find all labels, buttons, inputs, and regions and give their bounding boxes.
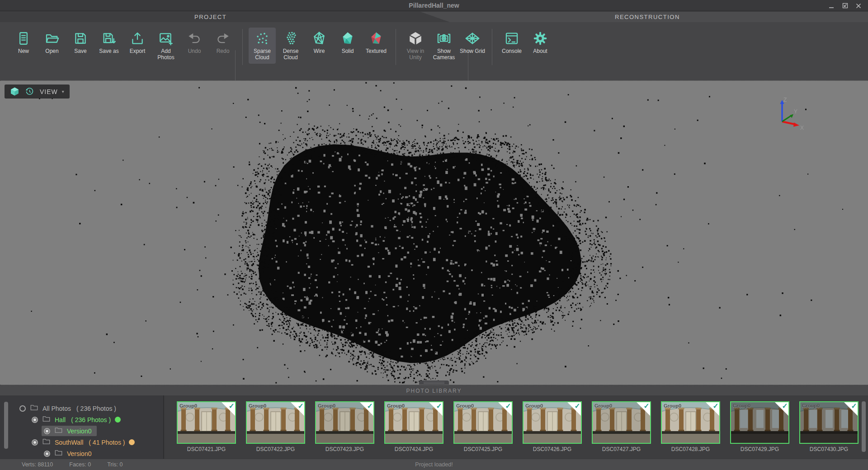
toolbar-button-textured[interactable]: Textured xyxy=(363,28,390,57)
toolbar-button-label: Open xyxy=(45,48,58,55)
photo-thumbnail-dsc07422.jpg[interactable]: Group0✓DSC07422.JPG xyxy=(241,401,310,459)
toolbar-button-dense-cloud[interactable]: Dense Cloud xyxy=(277,28,304,64)
toolbar-button-label: Redo xyxy=(217,48,230,55)
toolbar-button-view-in-unity: View in Unity xyxy=(402,28,429,64)
view-menu-button[interactable]: VIEW ▾ xyxy=(5,85,70,99)
radio-button[interactable] xyxy=(44,428,50,434)
radio-button[interactable] xyxy=(32,417,38,423)
photo-group-label: Group0 xyxy=(387,403,405,409)
photo-filename: DSC07424.JPG xyxy=(395,446,433,452)
photo-thumbnail-dsc07429.jpg[interactable]: Group0✓DSC07429.JPG xyxy=(725,401,794,459)
radio-button[interactable] xyxy=(32,439,38,446)
photo-filename: DSC07426.JPG xyxy=(533,446,571,452)
toolbar-button-export[interactable]: Export xyxy=(124,28,151,57)
viewport-3d[interactable]: VIEW ▾ Z Y X xyxy=(0,80,868,385)
toolbar-button-show-grid[interactable]: Show Grid xyxy=(459,28,486,57)
close-button[interactable] xyxy=(852,0,865,11)
folder-icon xyxy=(42,438,50,446)
dense-cloud-icon xyxy=(283,31,298,46)
toolbar-button-label: Show Grid xyxy=(460,48,485,55)
toolbar-button-show-cameras[interactable]: Show Cameras xyxy=(430,28,458,64)
toolbar-button-solid[interactable]: Solid xyxy=(334,28,361,57)
photo-thumbnail-dsc07424.jpg[interactable]: Group0✓DSC07424.JPG xyxy=(379,401,448,459)
thumbnail-image[interactable]: Group0✓ xyxy=(315,401,374,444)
photo-filename: DSC07421.JPG xyxy=(187,446,226,452)
gear-icon xyxy=(533,31,548,46)
minimize-icon xyxy=(828,3,835,9)
tree-item-version0[interactable]: Version0 xyxy=(0,448,163,459)
photo-thumbnail-dsc07426.jpg[interactable]: Group0✓DSC07426.JPG xyxy=(518,401,587,459)
checkmark-icon: ✓ xyxy=(851,402,857,410)
add-photos-icon xyxy=(158,31,174,46)
tree-item-inner: SouthWall( 41 Photos ) xyxy=(29,437,140,447)
photo-thumbnail-dsc07427.jpg[interactable]: Group0✓DSC07427.JPG xyxy=(587,401,656,459)
toolbar-separator xyxy=(396,29,396,65)
toolbar-button-undo: Undo xyxy=(181,28,208,57)
redo-arrow-icon xyxy=(215,31,231,46)
toolbar-button-label: Wire xyxy=(314,48,325,55)
folder-icon xyxy=(42,415,50,424)
window-title: PillaredHall_new xyxy=(0,0,868,11)
tree-item-southwall[interactable]: SouthWall( 41 Photos ) xyxy=(0,437,163,448)
tree-item-all-photos[interactable]: All Photos( 236 Photos ) xyxy=(0,403,163,414)
toolbar-buttons: NewOpenSaveSave asExportAdd PhotosUndoRe… xyxy=(10,28,555,65)
checkmark-icon: ✓ xyxy=(575,402,580,410)
radio-button[interactable] xyxy=(44,451,50,457)
folder-icon xyxy=(55,427,62,435)
tree-item-label: All Photos xyxy=(42,405,71,412)
toolbar-button-sparse-cloud[interactable]: Sparse Cloud xyxy=(249,28,276,64)
toolbar-button-save-as[interactable]: Save as xyxy=(95,28,123,57)
thumbnail-image[interactable]: Group0✓ xyxy=(384,401,443,444)
toolbar-separator xyxy=(492,29,492,65)
toolbar-separator xyxy=(242,29,243,65)
photo-thumbnail-dsc07421.jpg[interactable]: Group0✓DSC07421.JPG xyxy=(172,401,241,459)
photo-thumbnail-dsc07423.jpg[interactable]: Group0✓DSC07423.JPG xyxy=(310,401,379,459)
restore-button[interactable] xyxy=(838,0,852,11)
history-icon xyxy=(25,87,34,96)
minimize-button[interactable] xyxy=(825,0,838,11)
tab-reconstruction[interactable]: RECONSTRUCTION xyxy=(615,12,680,22)
save-floppy-icon xyxy=(73,31,88,46)
thumbnail-image[interactable]: Group0✓ xyxy=(523,401,582,444)
thumbnail-image[interactable]: Group0✓ xyxy=(177,401,236,444)
toolbar-button-new[interactable]: New xyxy=(10,28,37,57)
tree-item-hall[interactable]: Hall( 236 Photos ) xyxy=(0,414,163,425)
thumbnail-image[interactable]: Group0✓ xyxy=(592,401,651,444)
radio-button[interactable] xyxy=(19,405,26,412)
photo-thumbnail-dsc07425.jpg[interactable]: Group0✓DSC07425.JPG xyxy=(448,401,518,459)
toolbar-button-label: New xyxy=(18,48,29,55)
toolbar-button-save[interactable]: Save xyxy=(67,28,94,57)
photo-filename: DSC07430.JPG xyxy=(810,446,848,452)
toolbar-button-label: Sparse Cloud xyxy=(249,48,275,61)
new-document-icon xyxy=(16,31,31,46)
photo-filename: DSC07425.JPG xyxy=(464,446,502,452)
photo-thumbnail-dsc07428.jpg[interactable]: Group0✓DSC07428.JPG xyxy=(656,401,725,459)
photo-filename: DSC07422.JPG xyxy=(256,446,295,452)
photo-group-label: Group0 xyxy=(802,403,820,409)
toolbar-button-about[interactable]: About xyxy=(527,28,554,57)
toolbar-button-label: Export xyxy=(130,48,146,55)
toolbar-button-label: Show Cameras xyxy=(431,48,457,61)
show-cameras-icon xyxy=(436,31,452,46)
checkmark-icon: ✓ xyxy=(644,402,650,410)
photo-group-label: Group0 xyxy=(249,403,266,409)
thumbnail-image[interactable]: Group0✓ xyxy=(661,401,720,444)
photo-thumbnail-dsc07430.jpg[interactable]: Group0✓DSC07430.JPG xyxy=(794,401,863,459)
thumbnail-image[interactable]: Group0✓ xyxy=(799,401,859,444)
save-as-floppy-icon xyxy=(101,31,117,46)
toolbar-button-add-photos[interactable]: Add Photos xyxy=(152,28,179,64)
toolbar-button-wire[interactable]: Wire xyxy=(306,28,333,57)
checkmark-icon: ✓ xyxy=(367,402,373,410)
toolbar-button-open[interactable]: Open xyxy=(38,28,66,57)
photo-strip-scrollbar[interactable] xyxy=(862,401,866,452)
thumbnail-image[interactable]: Group0✓ xyxy=(730,401,789,444)
tree-item-version0[interactable]: Version0 xyxy=(0,425,163,437)
main-toolbar: VIEW NewOpenSaveSave asExportAdd PhotosU… xyxy=(0,22,868,80)
sparse-cloud-icon xyxy=(255,31,270,46)
tab-project-label[interactable]: PROJECT xyxy=(194,12,226,22)
panel-splitter-handle[interactable] xyxy=(419,381,449,385)
toolbar-button-console[interactable]: Console xyxy=(498,28,525,57)
thumbnail-image[interactable]: Group0✓ xyxy=(246,401,305,444)
point-cloud-canvas[interactable] xyxy=(0,81,868,385)
thumbnail-image[interactable]: Group0✓ xyxy=(453,401,513,444)
